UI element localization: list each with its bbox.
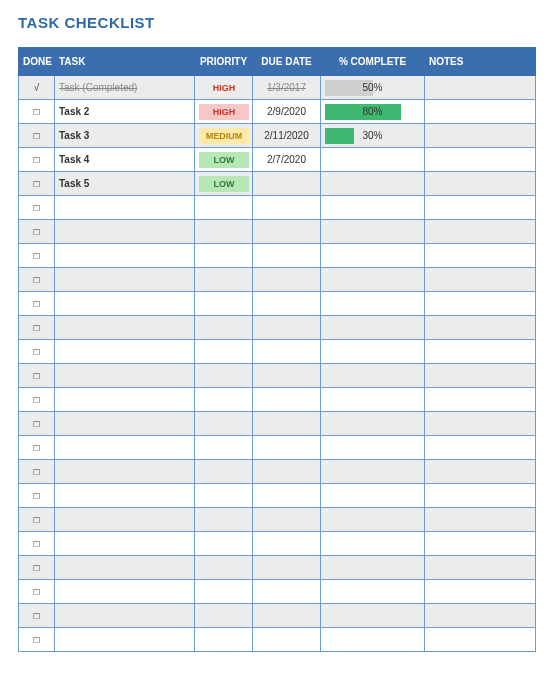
priority-cell[interactable]	[195, 532, 253, 556]
done-checkbox[interactable]: □	[19, 340, 55, 364]
due-date-cell[interactable]	[253, 340, 321, 364]
percent-complete-cell[interactable]	[321, 604, 425, 628]
percent-complete-cell[interactable]	[321, 292, 425, 316]
due-date-cell[interactable]: 1/3/2017	[253, 76, 321, 100]
due-date-cell[interactable]	[253, 172, 321, 196]
task-cell[interactable]: Task 2	[55, 100, 195, 124]
due-date-cell[interactable]	[253, 628, 321, 652]
priority-cell[interactable]	[195, 580, 253, 604]
task-cell[interactable]: Task 3	[55, 124, 195, 148]
notes-cell[interactable]	[425, 460, 536, 484]
percent-complete-cell[interactable]	[321, 148, 425, 172]
task-cell[interactable]	[55, 508, 195, 532]
percent-complete-cell[interactable]: 50%	[321, 76, 425, 100]
notes-cell[interactable]	[425, 628, 536, 652]
notes-cell[interactable]	[425, 604, 536, 628]
done-checkbox[interactable]: □	[19, 196, 55, 220]
percent-complete-cell[interactable]: 30%	[321, 124, 425, 148]
priority-cell[interactable]	[195, 196, 253, 220]
due-date-cell[interactable]	[253, 412, 321, 436]
priority-cell[interactable]	[195, 292, 253, 316]
notes-cell[interactable]	[425, 292, 536, 316]
done-checkbox[interactable]: □	[19, 316, 55, 340]
notes-cell[interactable]	[425, 532, 536, 556]
due-date-cell[interactable]	[253, 580, 321, 604]
percent-complete-cell[interactable]	[321, 268, 425, 292]
percent-complete-cell[interactable]	[321, 580, 425, 604]
priority-cell[interactable]	[195, 628, 253, 652]
done-checkbox[interactable]: □	[19, 412, 55, 436]
percent-complete-cell[interactable]	[321, 244, 425, 268]
priority-cell[interactable]	[195, 460, 253, 484]
due-date-cell[interactable]	[253, 268, 321, 292]
percent-complete-cell[interactable]	[321, 196, 425, 220]
task-cell[interactable]: Task 5	[55, 172, 195, 196]
task-cell[interactable]	[55, 268, 195, 292]
due-date-cell[interactable]	[253, 436, 321, 460]
task-cell[interactable]: Task (Completed)	[55, 76, 195, 100]
notes-cell[interactable]	[425, 220, 536, 244]
priority-cell[interactable]	[195, 364, 253, 388]
priority-cell[interactable]	[195, 268, 253, 292]
notes-cell[interactable]	[425, 172, 536, 196]
done-checkbox[interactable]: □	[19, 532, 55, 556]
done-checkbox[interactable]: □	[19, 436, 55, 460]
due-date-cell[interactable]	[253, 508, 321, 532]
priority-cell[interactable]	[195, 556, 253, 580]
done-checkbox[interactable]: □	[19, 580, 55, 604]
percent-complete-cell[interactable]	[321, 628, 425, 652]
task-cell[interactable]	[55, 412, 195, 436]
priority-cell[interactable]: LOW	[195, 148, 253, 172]
priority-cell[interactable]: HIGH	[195, 76, 253, 100]
task-cell[interactable]	[55, 388, 195, 412]
percent-complete-cell[interactable]	[321, 388, 425, 412]
due-date-cell[interactable]	[253, 484, 321, 508]
notes-cell[interactable]	[425, 388, 536, 412]
task-cell[interactable]	[55, 292, 195, 316]
notes-cell[interactable]	[425, 316, 536, 340]
due-date-cell[interactable]	[253, 244, 321, 268]
notes-cell[interactable]	[425, 436, 536, 460]
done-checkbox[interactable]: □	[19, 508, 55, 532]
done-checkbox[interactable]: □	[19, 556, 55, 580]
task-cell[interactable]: Task 4	[55, 148, 195, 172]
percent-complete-cell[interactable]	[321, 412, 425, 436]
priority-cell[interactable]	[195, 220, 253, 244]
due-date-cell[interactable]	[253, 460, 321, 484]
done-checkbox[interactable]: □	[19, 220, 55, 244]
priority-cell[interactable]: MEDIUM	[195, 124, 253, 148]
priority-cell[interactable]	[195, 412, 253, 436]
done-checkbox[interactable]: □	[19, 460, 55, 484]
priority-cell[interactable]	[195, 316, 253, 340]
done-checkbox[interactable]: □	[19, 148, 55, 172]
priority-cell[interactable]	[195, 508, 253, 532]
done-checkbox[interactable]: □	[19, 484, 55, 508]
notes-cell[interactable]	[425, 484, 536, 508]
priority-cell[interactable]	[195, 436, 253, 460]
notes-cell[interactable]	[425, 580, 536, 604]
task-cell[interactable]	[55, 460, 195, 484]
done-checkbox[interactable]: □	[19, 268, 55, 292]
notes-cell[interactable]	[425, 340, 536, 364]
done-checkbox[interactable]: □	[19, 244, 55, 268]
notes-cell[interactable]	[425, 148, 536, 172]
done-checkbox[interactable]: √	[19, 76, 55, 100]
task-cell[interactable]	[55, 484, 195, 508]
done-checkbox[interactable]: □	[19, 292, 55, 316]
priority-cell[interactable]	[195, 604, 253, 628]
priority-cell[interactable]	[195, 244, 253, 268]
due-date-cell[interactable]	[253, 196, 321, 220]
due-date-cell[interactable]	[253, 220, 321, 244]
percent-complete-cell[interactable]	[321, 172, 425, 196]
due-date-cell[interactable]	[253, 604, 321, 628]
notes-cell[interactable]	[425, 364, 536, 388]
done-checkbox[interactable]: □	[19, 364, 55, 388]
due-date-cell[interactable]	[253, 364, 321, 388]
percent-complete-cell[interactable]	[321, 340, 425, 364]
priority-cell[interactable]	[195, 484, 253, 508]
percent-complete-cell[interactable]	[321, 556, 425, 580]
percent-complete-cell[interactable]	[321, 508, 425, 532]
priority-cell[interactable]: HIGH	[195, 100, 253, 124]
percent-complete-cell[interactable]	[321, 532, 425, 556]
done-checkbox[interactable]: □	[19, 604, 55, 628]
